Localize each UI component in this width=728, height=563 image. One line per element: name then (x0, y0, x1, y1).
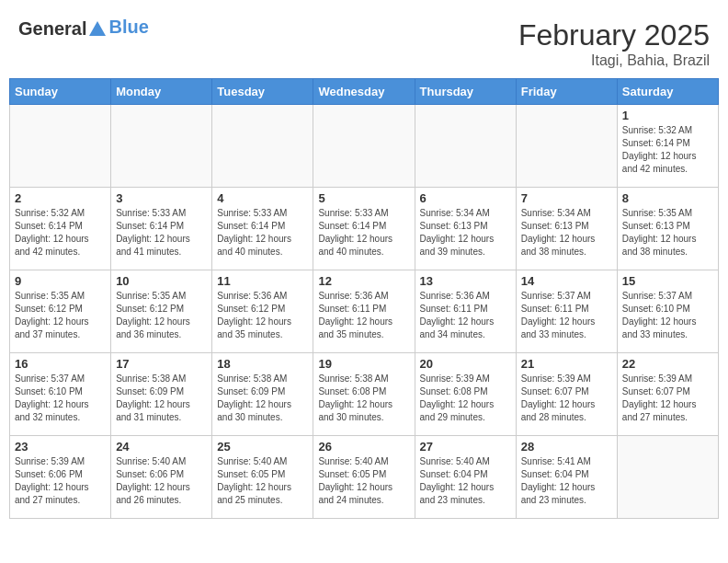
day-info: Sunrise: 5:36 AM Sunset: 6:11 PM Dayligh… (318, 290, 409, 341)
calendar-week-row: 1Sunrise: 5:32 AM Sunset: 6:14 PM Daylig… (10, 105, 719, 188)
day-number: 20 (420, 357, 511, 371)
day-number: 16 (15, 357, 106, 371)
day-info: Sunrise: 5:37 AM Sunset: 6:10 PM Dayligh… (622, 290, 713, 341)
day-info: Sunrise: 5:34 AM Sunset: 6:13 PM Dayligh… (420, 207, 511, 259)
calendar-week-row: 16Sunrise: 5:37 AM Sunset: 6:10 PM Dayli… (10, 353, 719, 436)
day-info: Sunrise: 5:37 AM Sunset: 6:11 PM Dayligh… (521, 290, 612, 341)
day-number: 19 (318, 357, 409, 371)
column-header-friday: Friday (516, 79, 617, 105)
calendar-cell: 13Sunrise: 5:36 AM Sunset: 6:11 PM Dayli… (415, 270, 516, 353)
day-number: 17 (116, 357, 207, 371)
calendar-cell (313, 105, 415, 188)
day-number: 13 (420, 274, 511, 288)
calendar-week-row: 9Sunrise: 5:35 AM Sunset: 6:12 PM Daylig… (10, 270, 719, 353)
day-number: 2 (15, 191, 106, 205)
calendar-cell (415, 105, 516, 188)
day-info: Sunrise: 5:41 AM Sunset: 6:04 PM Dayligh… (521, 455, 612, 507)
calendar-header-row: SundayMondayTuesdayWednesdayThursdayFrid… (10, 79, 719, 105)
column-header-saturday: Saturday (617, 79, 718, 105)
day-info: Sunrise: 5:39 AM Sunset: 6:07 PM Dayligh… (521, 373, 612, 424)
column-header-wednesday: Wednesday (313, 79, 415, 105)
day-number: 3 (116, 191, 207, 205)
calendar-cell (10, 105, 111, 188)
calendar-cell: 28Sunrise: 5:41 AM Sunset: 6:04 PM Dayli… (516, 436, 617, 519)
day-info: Sunrise: 5:32 AM Sunset: 6:14 PM Dayligh… (15, 207, 106, 259)
day-info: Sunrise: 5:36 AM Sunset: 6:11 PM Dayligh… (420, 290, 511, 341)
calendar-cell: 18Sunrise: 5:38 AM Sunset: 6:09 PM Dayli… (212, 353, 313, 436)
day-number: 21 (521, 357, 612, 371)
calendar-cell: 9Sunrise: 5:35 AM Sunset: 6:12 PM Daylig… (10, 270, 111, 353)
calendar-cell (516, 105, 617, 188)
column-header-thursday: Thursday (415, 79, 516, 105)
calendar-cell: 14Sunrise: 5:37 AM Sunset: 6:11 PM Dayli… (516, 270, 617, 353)
month-year-title: February 2025 (518, 18, 710, 52)
svg-marker-0 (89, 21, 106, 36)
calendar-cell: 3Sunrise: 5:33 AM Sunset: 6:14 PM Daylig… (111, 188, 212, 270)
day-number: 7 (521, 191, 612, 205)
calendar-table: SundayMondayTuesdayWednesdayThursdayFrid… (9, 78, 719, 519)
day-number: 15 (622, 274, 713, 288)
calendar-cell: 12Sunrise: 5:36 AM Sunset: 6:11 PM Dayli… (313, 270, 415, 353)
calendar-cell: 16Sunrise: 5:37 AM Sunset: 6:10 PM Dayli… (10, 353, 111, 436)
day-number: 10 (116, 274, 207, 288)
day-info: Sunrise: 5:37 AM Sunset: 6:10 PM Dayligh… (15, 373, 106, 424)
calendar-cell: 19Sunrise: 5:38 AM Sunset: 6:08 PM Dayli… (313, 353, 415, 436)
day-info: Sunrise: 5:38 AM Sunset: 6:08 PM Dayligh… (318, 373, 409, 424)
calendar-cell: 2Sunrise: 5:32 AM Sunset: 6:14 PM Daylig… (10, 188, 111, 270)
title-section: February 2025 Itagi, Bahia, Brazil (518, 18, 710, 69)
day-info: Sunrise: 5:35 AM Sunset: 6:13 PM Dayligh… (622, 207, 713, 259)
day-info: Sunrise: 5:33 AM Sunset: 6:14 PM Dayligh… (116, 207, 207, 259)
day-number: 18 (217, 357, 308, 371)
calendar-cell (111, 105, 212, 188)
page-header: General Blue February 2025 Itagi, Bahia,… (9, 9, 719, 74)
day-number: 28 (521, 440, 612, 454)
day-number: 24 (116, 440, 207, 454)
day-number: 14 (521, 274, 612, 288)
calendar-cell: 4Sunrise: 5:33 AM Sunset: 6:14 PM Daylig… (212, 188, 313, 270)
day-info: Sunrise: 5:40 AM Sunset: 6:05 PM Dayligh… (318, 455, 409, 507)
calendar-cell: 27Sunrise: 5:40 AM Sunset: 6:04 PM Dayli… (415, 436, 516, 519)
day-number: 26 (318, 440, 409, 454)
day-info: Sunrise: 5:40 AM Sunset: 6:06 PM Dayligh… (116, 455, 207, 507)
calendar-cell: 23Sunrise: 5:39 AM Sunset: 6:06 PM Dayli… (10, 436, 111, 519)
location-subtitle: Itagi, Bahia, Brazil (518, 52, 710, 69)
day-info: Sunrise: 5:35 AM Sunset: 6:12 PM Dayligh… (15, 290, 106, 341)
day-number: 6 (420, 191, 511, 205)
calendar-cell: 5Sunrise: 5:33 AM Sunset: 6:14 PM Daylig… (313, 188, 415, 270)
day-info: Sunrise: 5:40 AM Sunset: 6:05 PM Dayligh… (217, 455, 308, 507)
day-number: 12 (318, 274, 409, 288)
calendar-week-row: 2Sunrise: 5:32 AM Sunset: 6:14 PM Daylig… (10, 188, 719, 270)
day-info: Sunrise: 5:38 AM Sunset: 6:09 PM Dayligh… (217, 373, 308, 424)
day-info: Sunrise: 5:39 AM Sunset: 6:08 PM Dayligh… (420, 373, 511, 424)
day-info: Sunrise: 5:32 AM Sunset: 6:14 PM Dayligh… (622, 124, 713, 176)
day-info: Sunrise: 5:36 AM Sunset: 6:12 PM Dayligh… (217, 290, 308, 341)
calendar-cell: 22Sunrise: 5:39 AM Sunset: 6:07 PM Dayli… (617, 353, 718, 436)
calendar-cell: 1Sunrise: 5:32 AM Sunset: 6:14 PM Daylig… (617, 105, 718, 188)
day-number: 27 (420, 440, 511, 454)
day-info: Sunrise: 5:35 AM Sunset: 6:12 PM Dayligh… (116, 290, 207, 341)
calendar-cell: 24Sunrise: 5:40 AM Sunset: 6:06 PM Dayli… (111, 436, 212, 519)
day-info: Sunrise: 5:34 AM Sunset: 6:13 PM Dayligh… (521, 207, 612, 259)
calendar-cell (212, 105, 313, 188)
calendar-cell: 21Sunrise: 5:39 AM Sunset: 6:07 PM Dayli… (516, 353, 617, 436)
logo-general: General (18, 18, 86, 40)
column-header-monday: Monday (111, 79, 212, 105)
day-info: Sunrise: 5:39 AM Sunset: 6:07 PM Dayligh… (622, 373, 713, 424)
calendar-cell: 6Sunrise: 5:34 AM Sunset: 6:13 PM Daylig… (415, 188, 516, 270)
column-header-tuesday: Tuesday (212, 79, 313, 105)
day-number: 22 (622, 357, 713, 371)
calendar-cell: 17Sunrise: 5:38 AM Sunset: 6:09 PM Dayli… (111, 353, 212, 436)
calendar-cell: 11Sunrise: 5:36 AM Sunset: 6:12 PM Dayli… (212, 270, 313, 353)
calendar-cell: 8Sunrise: 5:35 AM Sunset: 6:13 PM Daylig… (617, 188, 718, 270)
calendar-cell: 15Sunrise: 5:37 AM Sunset: 6:10 PM Dayli… (617, 270, 718, 353)
day-number: 1 (622, 109, 713, 122)
logo-icon (87, 19, 108, 40)
calendar-cell: 7Sunrise: 5:34 AM Sunset: 6:13 PM Daylig… (516, 188, 617, 270)
day-number: 11 (217, 274, 308, 288)
day-number: 8 (622, 191, 713, 205)
calendar-cell: 20Sunrise: 5:39 AM Sunset: 6:08 PM Dayli… (415, 353, 516, 436)
calendar-week-row: 23Sunrise: 5:39 AM Sunset: 6:06 PM Dayli… (10, 436, 719, 519)
day-number: 25 (217, 440, 308, 454)
day-number: 9 (15, 274, 106, 288)
calendar-cell: 25Sunrise: 5:40 AM Sunset: 6:05 PM Dayli… (212, 436, 313, 519)
